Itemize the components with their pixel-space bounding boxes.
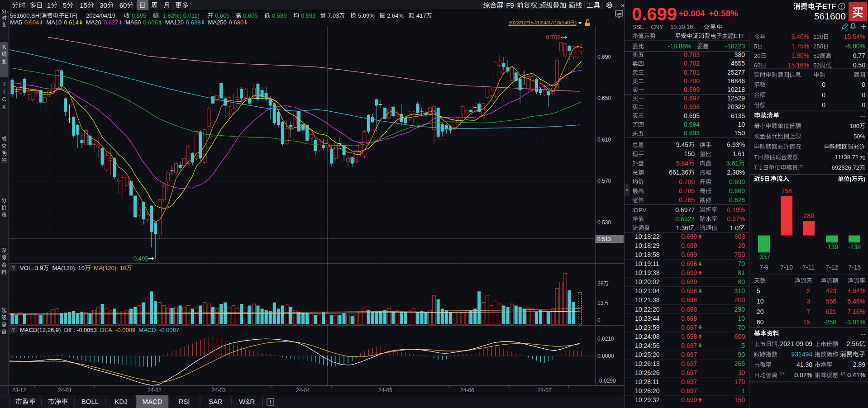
svg-text:!: ! — [841, 4, 843, 9]
svg-text:7-11: 7-11 — [802, 264, 815, 271]
svg-text:0.698: 0.698 — [681, 315, 697, 322]
svg-text:0.41%: 0.41% — [847, 371, 865, 379]
svg-text:»: » — [625, 187, 629, 193]
svg-text:7-12: 7-12 — [825, 264, 838, 271]
svg-text:7.03: 7.03 — [328, 12, 339, 19]
svg-text:W&R: W&R — [239, 398, 255, 405]
svg-text:1: 1 — [47, 1, 51, 9]
svg-text:423: 423 — [826, 287, 837, 294]
svg-text:0.765: 0.765 — [679, 196, 695, 204]
svg-text:0.605: 0.605 — [243, 12, 258, 19]
svg-text:0.593: 0.593 — [301, 12, 316, 19]
svg-text:24-06: 24-06 — [460, 387, 474, 394]
svg-text:0.697: 0.697 — [681, 387, 697, 394]
svg-text:): ) — [863, 176, 865, 182]
svg-text:30: 30 — [738, 369, 745, 376]
svg-text:MA20: MA20 — [86, 19, 101, 26]
svg-text:6.93%: 6.93% — [727, 141, 745, 148]
svg-text:?: ? — [12, 327, 15, 333]
svg-text:380: 380 — [734, 51, 745, 58]
svg-text:52: 52 — [813, 62, 820, 69]
svg-text:MA250: MA250 — [208, 19, 227, 26]
svg-text:1.75%: 1.75% — [791, 43, 809, 50]
svg-text:10:19:38: 10:19:38 — [635, 269, 660, 276]
svg-text:10:22:20: 10:22:20 — [635, 306, 660, 313]
svg-text:30: 30 — [100, 1, 107, 9]
svg-text:0.698: 0.698 — [681, 296, 697, 304]
svg-text:10:21:04: 10:21:04 — [635, 287, 660, 294]
svg-text:ETF: ETF — [822, 3, 836, 10]
svg-text:0.604: 0.604 — [24, 19, 39, 26]
svg-text:0.530: 0.530 — [597, 219, 611, 226]
svg-text:290: 290 — [734, 306, 745, 313]
svg-text:10: 10 — [757, 298, 764, 305]
svg-text:0.700: 0.700 — [679, 178, 695, 185]
svg-text:0.6923: 0.6923 — [675, 215, 695, 223]
svg-text:417: 417 — [416, 12, 426, 19]
svg-text:0.699: 0.699 — [681, 278, 697, 285]
svg-text:692326.72: 692326.72 — [832, 164, 859, 171]
svg-text:2021-09-09: 2021-09-09 — [780, 340, 812, 347]
svg-text:0.698: 0.698 — [681, 287, 697, 294]
svg-text:5: 5 — [741, 342, 745, 349]
svg-text:10:23:59: 10:23:59 — [635, 324, 660, 331]
svg-text:10:21:38: 10:21:38 — [635, 296, 660, 304]
svg-text:100: 100 — [849, 123, 859, 129]
svg-text:VOL:: VOL: — [20, 265, 33, 271]
svg-text:603: 603 — [734, 233, 745, 240]
svg-text:0: 0 — [822, 101, 825, 109]
svg-text:+0.58%: +0.58% — [709, 9, 738, 18]
svg-text:15: 15 — [803, 318, 810, 326]
svg-text:...: ... — [860, 111, 865, 118]
svg-text:0.690: 0.690 — [597, 54, 611, 60]
svg-text:0.699: 0.699 — [681, 269, 697, 276]
svg-text:250: 250 — [813, 43, 823, 50]
svg-text:-138: -138 — [848, 243, 861, 251]
svg-text:600: 600 — [734, 333, 745, 340]
svg-text:2023/12/15-2024/07/16(140: 2023/12/15-2024/07/16(140 — [509, 20, 570, 25]
svg-text:0.699: 0.699 — [681, 251, 697, 258]
svg-text:SAR: SAR — [209, 398, 223, 405]
svg-text:10: 10 — [738, 121, 745, 128]
svg-text:1Y: 1Y — [780, 371, 785, 375]
svg-text:26: 26 — [597, 280, 604, 287]
svg-text:120: 120 — [813, 33, 823, 40]
svg-text:20: 20 — [757, 308, 764, 315]
svg-text:15.16%: 15.16% — [788, 62, 809, 69]
svg-text:750: 750 — [734, 251, 745, 258]
svg-text:25277: 25277 — [727, 69, 745, 76]
svg-text:10:19:11: 10:19:11 — [635, 260, 659, 267]
svg-text:24-04: 24-04 — [296, 387, 310, 394]
svg-text:K: K — [2, 104, 6, 110]
svg-text:24-07: 24-07 — [538, 387, 552, 394]
svg-text:24-03: 24-03 — [212, 387, 226, 394]
svg-text:6.46%: 6.46% — [847, 298, 865, 305]
svg-text:0.614: 0.614 — [64, 19, 79, 26]
svg-text:60: 60 — [119, 1, 127, 9]
svg-text:0.703: 0.703 — [684, 51, 700, 58]
svg-text:2.89: 2.89 — [853, 361, 865, 368]
svg-text:0.696: 0.696 — [684, 103, 700, 110]
svg-text:13: 13 — [597, 300, 604, 306]
svg-text:I: I — [3, 89, 5, 95]
svg-text:3.9: 3.9 — [35, 265, 43, 271]
svg-text:IOPV: IOPV — [632, 207, 646, 213]
svg-text:5.09%: 5.09% — [358, 12, 375, 19]
svg-text:70: 70 — [738, 260, 745, 267]
svg-text:6135: 6135 — [731, 112, 745, 119]
svg-text:KDJ: KDJ — [114, 398, 127, 405]
svg-text:3: 3 — [806, 298, 810, 305]
svg-text:T: T — [2, 81, 6, 87]
svg-text:MACD: MACD — [142, 398, 162, 405]
svg-text:10:18:22: 10:18:22 — [635, 233, 660, 240]
svg-text:931494: 931494 — [791, 351, 812, 358]
svg-text:0.6977: 0.6977 — [675, 206, 695, 213]
svg-text:10:18:29: 10:18:29 — [635, 242, 660, 249]
svg-text:+0.004: +0.004 — [678, 9, 705, 18]
svg-text:0.699: 0.699 — [681, 396, 697, 403]
svg-text:561600.SH[: 561600.SH[ — [10, 12, 41, 19]
svg-text:-250: -250 — [824, 318, 836, 326]
svg-text:4.94%: 4.94% — [847, 287, 865, 294]
svg-text:661.36: 661.36 — [669, 169, 688, 176]
svg-text:1.61: 1.61 — [733, 150, 745, 157]
